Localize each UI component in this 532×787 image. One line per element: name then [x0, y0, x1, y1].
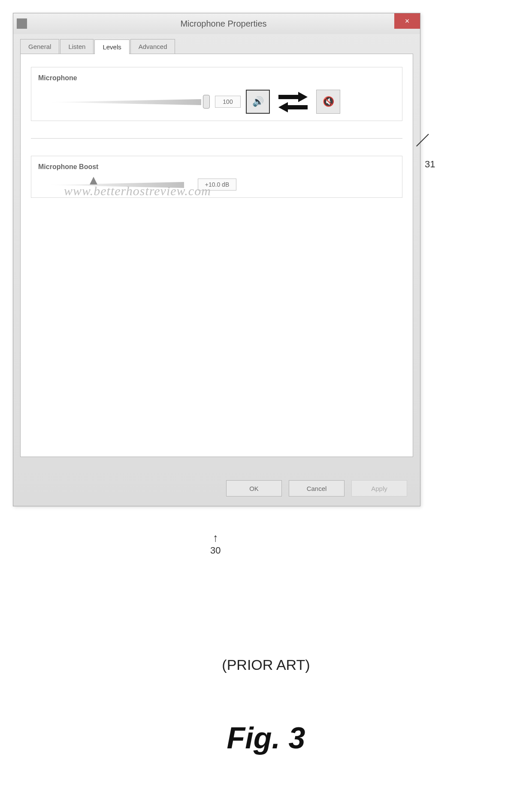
slider-thumb[interactable] — [203, 95, 210, 109]
callout-30-label: 30 — [210, 545, 221, 556]
close-button[interactable]: × — [394, 13, 420, 29]
arrow-right-icon — [278, 92, 308, 101]
window-icon — [17, 18, 27, 29]
microphone-boost-section: Microphone Boost +10.0 dB www.betterhost… — [31, 156, 402, 198]
divider — [31, 138, 402, 139]
boost-slider-row: +10.0 dB www.betterhostreview.com — [38, 179, 395, 191]
muted-state-button[interactable]: 🔇 — [316, 90, 340, 114]
tab-levels[interactable]: Levels — [94, 39, 129, 54]
slider-wedge — [47, 99, 201, 105]
boost-value: +10.0 dB — [198, 179, 236, 191]
ok-button[interactable]: OK — [226, 480, 282, 496]
apply-button[interactable]: Apply — [351, 480, 407, 496]
speaker-muted-icon: 🔇 — [323, 96, 334, 107]
tabs: General Listen Levels Advanced — [13, 34, 420, 54]
boost-label: Microphone Boost — [38, 163, 395, 171]
figure-label: Fig. 3 — [0, 721, 532, 755]
callout-31-label: 31 — [425, 159, 435, 170]
titlebar: Microphone Properties × — [13, 13, 420, 34]
boost-wedge — [47, 182, 184, 188]
arrow-left-icon — [278, 103, 308, 111]
cancel-button[interactable]: Cancel — [289, 480, 345, 496]
arrow-up-icon: ↑ — [210, 532, 221, 543]
microphone-slider-row: 100 🔊 🔇 — [38, 90, 395, 114]
close-icon: × — [405, 17, 410, 26]
dialog-button-row: OK Cancel Apply — [226, 480, 407, 496]
tab-advanced[interactable]: Advanced — [130, 39, 175, 54]
microphone-properties-dialog: Microphone Properties × General Listen L… — [13, 13, 420, 506]
microphone-slider[interactable] — [47, 97, 210, 107]
window-title: Microphone Properties — [30, 19, 417, 29]
boost-thumb[interactable] — [90, 177, 97, 185]
toggle-arrows-annotation — [278, 92, 308, 111]
mute-button[interactable]: 🔊 — [246, 90, 270, 114]
boost-slider[interactable] — [47, 179, 193, 190]
microphone-value: 100 — [215, 96, 241, 108]
prior-art-label: (PRIOR ART) — [0, 657, 532, 673]
callout-30: ↑ 30 — [210, 532, 221, 556]
tab-general[interactable]: General — [20, 39, 59, 54]
speaker-icon: 🔊 — [252, 96, 264, 107]
tab-listen[interactable]: Listen — [60, 39, 94, 54]
microphone-section: Microphone 100 🔊 🔇 — [31, 67, 402, 121]
levels-panel: Microphone 100 🔊 🔇 — [20, 54, 413, 457]
microphone-label: Microphone — [38, 74, 395, 82]
